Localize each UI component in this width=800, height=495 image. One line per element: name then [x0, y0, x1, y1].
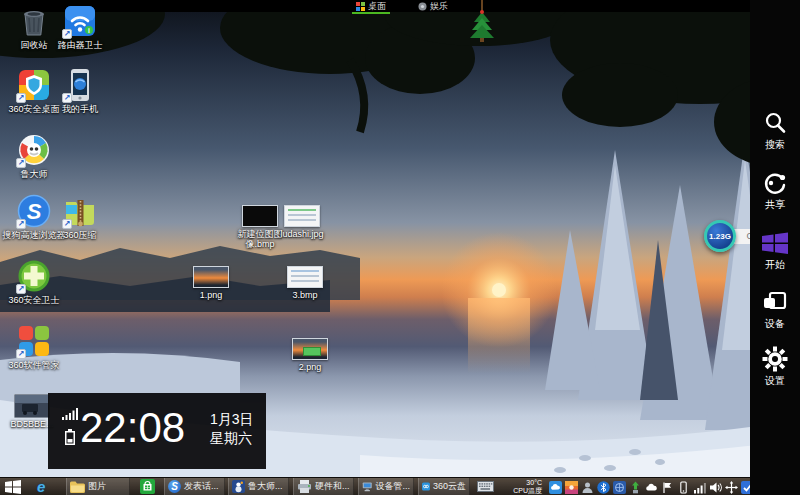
shortcut-arrow-icon: ↗	[62, 29, 72, 39]
charms-bar: 搜索 共享 开始	[750, 0, 800, 495]
taskbar-ie-button[interactable]: e	[34, 478, 62, 495]
taskbar-360cloud-button[interactable]: 360云盘	[418, 478, 470, 495]
network-signal-tray-icon[interactable]	[693, 480, 706, 493]
icon-label: 我的手机	[48, 104, 112, 115]
shortcut-arrow-icon: ↗	[16, 219, 26, 229]
user-tray-icon[interactable]	[581, 480, 594, 493]
desktop-icon-360-software-manager[interactable]: ↗ 360软件管家	[2, 323, 66, 371]
recycle-bin-icon	[16, 3, 52, 39]
cloud-sync-tray-icon[interactable]	[549, 480, 562, 493]
tab-desktop-label: 桌面	[368, 0, 386, 12]
charm-devices[interactable]: 设备	[750, 289, 800, 331]
icon-label: 360软件管家	[2, 360, 66, 371]
start-button[interactable]	[2, 478, 30, 495]
icon-label: 鲁大师	[2, 169, 66, 180]
clock-date: 1月3日 星期六	[210, 410, 254, 448]
sogou-icon: S	[168, 480, 181, 493]
signal-bars-icon	[62, 408, 78, 420]
charm-start[interactable]: 开始	[750, 230, 800, 272]
taskbar-device-manager-button[interactable]: 设备管...	[358, 478, 414, 495]
taskbar-store-button[interactable]	[137, 478, 161, 495]
taskbar-button-label: 设备管...	[375, 480, 410, 493]
speed-float-ball[interactable]: 1.23G	[704, 220, 736, 252]
shortcut-arrow-icon: ↗	[16, 93, 26, 103]
tab-desktop[interactable]: 桌面	[352, 0, 390, 14]
cloud-tray-icon[interactable]	[645, 480, 658, 493]
clock-date-line: 1月3日	[210, 410, 254, 429]
taskbar-ludashi-button[interactable]: 鲁大师...	[228, 478, 289, 495]
clock-time: 22:08	[80, 403, 185, 453]
shortcut-arrow-icon: ↗	[16, 284, 26, 294]
flag-tray-icon[interactable]	[661, 480, 674, 493]
move-pointer-tray-icon[interactable]	[725, 480, 738, 493]
cpu-temp-label: CPU温度	[494, 487, 542, 495]
cpu-temp-value: 30°C	[494, 479, 542, 487]
keyboard-icon	[477, 481, 494, 492]
desktop-icon-360-zip[interactable]: ↗ 360压缩	[48, 193, 112, 241]
icon-label: 360安全卫士	[2, 295, 66, 306]
phone-tray-icon[interactable]	[677, 480, 690, 493]
taskbar-button-label: 鲁大师...	[248, 480, 283, 493]
christmas-tree-ornament	[468, 0, 494, 42]
system-tray	[549, 480, 754, 493]
top-tab-bar: 桌面 娱乐	[0, 0, 800, 12]
device-manager-icon	[362, 480, 372, 493]
folder-icon	[70, 481, 85, 493]
photos-tray-icon[interactable]	[565, 480, 578, 493]
svg-text:i: i	[88, 27, 90, 34]
settings-gear-icon	[762, 346, 788, 372]
shortcut-arrow-icon: ↗	[62, 219, 72, 229]
taskbar-hardware-button[interactable]: 硬件和...	[293, 478, 354, 495]
cpu-temperature-readout[interactable]: 30°C CPU温度	[494, 479, 542, 495]
desktop-file-ludashi-jpg[interactable]: ludashi.jpg	[270, 205, 334, 239]
search-icon	[762, 110, 788, 136]
file-label: 1.png	[185, 290, 237, 300]
tab-entertainment[interactable]: 娱乐	[414, 0, 452, 12]
taskbar-button-label: 360云盘	[433, 480, 466, 493]
desktop-file-2-png[interactable]: 2.png	[278, 338, 342, 372]
charm-label: 设置	[765, 375, 785, 386]
desktop-icon-my-phone[interactable]: ↗ 我的手机	[48, 67, 112, 115]
tab-entertainment-label: 娱乐	[430, 0, 448, 12]
ie-icon: e	[37, 479, 45, 494]
bluetooth-tray-icon[interactable]	[597, 480, 610, 493]
charm-share[interactable]: 共享	[750, 170, 800, 212]
charm-search[interactable]: 搜索	[750, 110, 800, 152]
desktop-icon-ludashi[interactable]: ↗ 鲁大师	[2, 132, 66, 180]
file-thumbnail	[284, 205, 320, 227]
clock-weekday-line: 星期六	[210, 429, 254, 448]
ludashi-taskbar-icon	[232, 480, 245, 493]
desktop-icon-router-guard[interactable]: i ↗ 路由器卫士	[48, 3, 112, 51]
battery-icon	[65, 429, 75, 445]
taskbar-pictures-button[interactable]: 图片	[66, 478, 130, 495]
shortcut-arrow-icon: ↗	[16, 158, 26, 168]
volume-tray-icon[interactable]	[709, 480, 722, 493]
charm-label: 搜索	[765, 139, 785, 150]
usb-device-tray-icon[interactable]	[629, 480, 642, 493]
entertainment-icon	[418, 2, 427, 11]
charm-label: 设备	[765, 318, 785, 329]
devices-icon	[762, 289, 788, 315]
shortcut-arrow-icon: ↗	[62, 93, 72, 103]
desktop-file-1-png[interactable]: 1.png	[179, 266, 243, 300]
file-thumbnail	[287, 266, 323, 288]
image-file-icon	[14, 394, 50, 418]
clock-tile[interactable]: 22:08 1月3日 星期六	[48, 393, 266, 469]
taskbar-sogou-button[interactable]: S 发表话...	[164, 478, 225, 495]
windows-start-charm-icon	[761, 230, 789, 256]
taskbar-button-label: 硬件和...	[315, 480, 350, 493]
icon-label: 360压缩	[48, 230, 112, 241]
file-thumbnail	[292, 338, 328, 360]
desktop-icon-360-safe-guard[interactable]: ↗ 360安全卫士	[2, 258, 66, 306]
network-globe-tray-icon[interactable]	[613, 480, 626, 493]
charm-settings[interactable]: 设置	[750, 346, 800, 388]
file-label: 2.png	[284, 362, 336, 372]
360-cloud-icon	[422, 480, 430, 493]
desktop-file-3-bmp[interactable]: 3.bmp	[273, 266, 337, 300]
share-icon	[762, 170, 788, 196]
taskbar-button-label: 发表话...	[184, 480, 219, 493]
windows-color-icon	[356, 2, 365, 11]
store-icon	[140, 479, 155, 494]
charm-label: 共享	[765, 199, 785, 210]
printer-icon	[297, 480, 312, 493]
